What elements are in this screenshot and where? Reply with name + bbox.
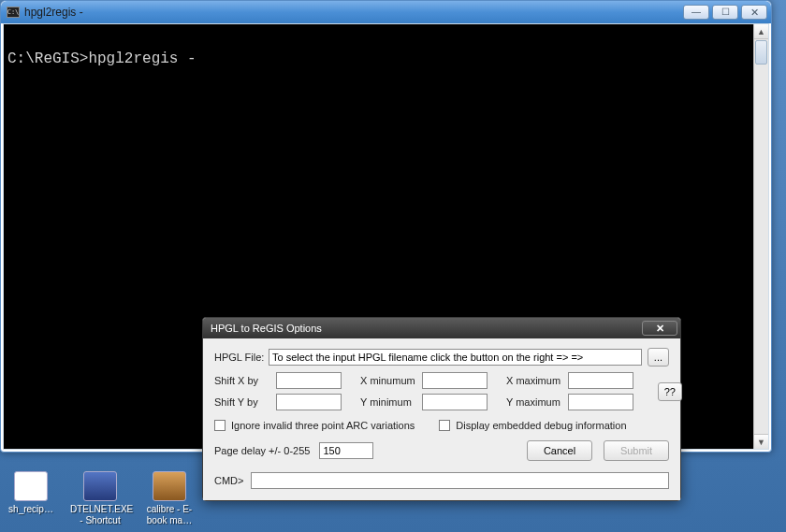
page-delay-row: Page delay +/- 0-255 Cancel Submit (214, 440, 669, 461)
shift-x-label: Shift X by (214, 375, 276, 386)
debug-info-label: Display embedded debug information (456, 420, 626, 431)
console-title: hpgl2regis - (24, 6, 683, 19)
close-icon: ✕ (656, 323, 664, 335)
dialog-close-button[interactable]: ✕ (642, 321, 677, 336)
file-icon (14, 471, 48, 501)
shift-x-field[interactable] (276, 372, 342, 389)
extents-grid: Shift X by X minumum X maximum ?? Shift … (214, 372, 669, 410)
page-delay-label: Page delay +/- 0-255 (214, 445, 310, 456)
debug-info-checkbox[interactable] (439, 420, 450, 431)
desktop-icon-calibre[interactable]: calibre - E-book ma… (140, 471, 198, 525)
browse-button[interactable]: ... (648, 348, 669, 367)
hpgl-file-label: HPGL File: (214, 352, 269, 363)
desktop-icon-label: sh_recip… (8, 504, 53, 515)
scroll-down-button[interactable]: ▼ (754, 434, 768, 449)
checkbox-row: Ignore invalid three point ARC variation… (214, 420, 669, 431)
dialog-titlebar[interactable]: HPGL to ReGIS Options ✕ (203, 318, 680, 338)
maximize-icon: ☐ (721, 7, 730, 17)
desktop-icon-label: calibre - E-book ma… (140, 504, 198, 525)
desktop-icon-row: sh_recip… DTELNET.EXE - Shortcut calibre… (2, 471, 198, 525)
app-icon (153, 471, 186, 501)
window-control-group: — ☐ ✕ (683, 5, 767, 20)
cmd-icon: C:\ (7, 7, 20, 18)
help-button[interactable]: ?? (658, 382, 682, 401)
cmd-label: CMD> (214, 475, 243, 486)
dialog-title: HPGL to ReGIS Options (211, 323, 642, 334)
xmin-field[interactable] (422, 372, 488, 389)
ignore-arc-checkbox[interactable] (214, 420, 226, 431)
shift-y-field[interactable] (276, 394, 342, 410)
page-delay-field[interactable] (319, 442, 373, 459)
minimize-icon: — (691, 7, 701, 17)
submit-button[interactable]: Submit (604, 440, 669, 461)
minimize-button[interactable]: — (683, 5, 709, 20)
cancel-button[interactable]: Cancel (527, 440, 592, 461)
shift-y-label: Shift Y by (214, 396, 276, 408)
hpgl-file-field[interactable] (269, 349, 642, 366)
console-scrollbar[interactable]: ▲ ▼ (753, 24, 768, 449)
console-titlebar[interactable]: C:\ hpgl2regis - — ☐ ✕ (1, 1, 771, 23)
ymin-label: Y minimum (360, 396, 422, 408)
maximize-button[interactable]: ☐ (712, 5, 738, 20)
options-dialog: HPGL to ReGIS Options ✕ HPGL File: ... S… (202, 317, 681, 501)
cmd-field[interactable] (251, 472, 669, 489)
desktop-icon-dtelnet[interactable]: DTELNET.EXE - Shortcut (71, 471, 129, 525)
ignore-arc-label: Ignore invalid three point ARC variation… (231, 420, 415, 431)
close-icon: ✕ (750, 7, 759, 18)
app-icon (83, 471, 117, 501)
scroll-up-button[interactable]: ▲ (754, 24, 768, 39)
cmd-row: CMD> (214, 472, 669, 489)
ymax-field[interactable] (568, 394, 633, 410)
xmin-label: X minumum (360, 375, 422, 386)
desktop-icon-recipe[interactable]: sh_recip… (2, 471, 60, 525)
ymin-field[interactable] (422, 394, 488, 410)
dialog-body: HPGL File: ... Shift X by X minumum X ma… (203, 338, 680, 500)
xmax-label: X maximum (506, 375, 568, 386)
desktop-icon-label: DTELNET.EXE - Shortcut (70, 504, 130, 525)
scroll-thumb[interactable] (755, 40, 767, 65)
ymax-label: Y maximum (506, 396, 568, 408)
hpgl-file-row: HPGL File: ... (214, 348, 669, 367)
close-button[interactable]: ✕ (741, 5, 767, 20)
xmax-field[interactable] (568, 372, 633, 389)
